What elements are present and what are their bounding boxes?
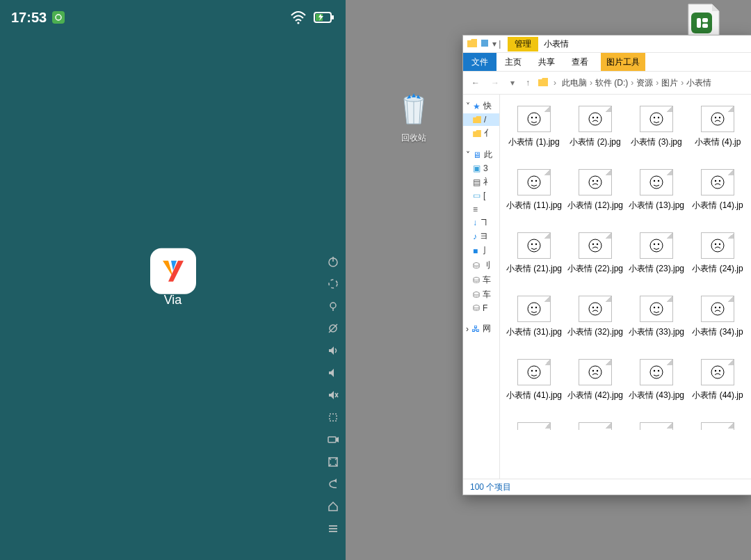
breadcrumb-segment[interactable]: 此电脑	[562, 77, 587, 89]
file-item[interactable]: 小表情 (21).jpg	[506, 232, 563, 275]
file-item[interactable]: 小表情 (12).jpg	[567, 169, 624, 211]
svg-rect-14	[330, 414, 337, 421]
nav-pinned-folder[interactable]: 亻	[463, 126, 499, 141]
nav-music[interactable]: ♪ヨ	[463, 229, 499, 243]
volume-up-icon[interactable]	[321, 339, 346, 362]
nav-drive-f[interactable]: ⛁F	[463, 302, 499, 314]
explorer-titlebar[interactable]: ▾ | 管理 小表情	[463, 35, 751, 53]
file-item[interactable]: 小表情 (14).jp	[689, 169, 746, 211]
desktop-recycle-bin[interactable]: 回收站	[386, 89, 442, 144]
file-item[interactable]: 小表情 (23).jpg	[628, 232, 685, 275]
file-item[interactable]: 小表情 (31).jpg	[506, 296, 563, 338]
breadcrumb-segment[interactable]: 图片	[661, 77, 678, 89]
power-icon[interactable]	[321, 250, 346, 273]
file-name: 小表情 (34).jp	[692, 326, 743, 338]
file-thumbnail	[640, 169, 673, 195]
drive-icon: ⛁	[473, 275, 480, 285]
app-icon-via[interactable]	[150, 248, 196, 294]
breadcrumb-segment[interactable]: 软件 (D:)	[595, 77, 628, 89]
nav-drive-d[interactable]: ⛁车	[463, 273, 499, 287]
nav-3dobjects[interactable]: ▣3	[463, 162, 499, 175]
home-icon[interactable]	[321, 495, 346, 518]
file-thumbnail	[579, 422, 612, 430]
file-name: 小表情 (4).jp	[695, 136, 741, 148]
file-item[interactable]: 小表情 (44).jp	[689, 359, 746, 401]
nav-pictures[interactable]: ▭[	[463, 189, 499, 202]
rotate-icon[interactable]	[321, 273, 346, 295]
nav-downloads[interactable]: ↓ヿ	[463, 216, 499, 229]
file-item[interactable]: 小表情 (24).jp	[689, 232, 746, 275]
titlebar-manage-tab[interactable]: 管理	[508, 37, 538, 51]
file-name: 小表情 (33).jpg	[629, 326, 684, 338]
location-off-icon[interactable]	[321, 317, 346, 339]
window-title: 小表情	[544, 38, 569, 50]
file-item[interactable]: 小表情 (41).jpg	[506, 359, 563, 401]
file-item[interactable]: 小表情 (22).jpg	[567, 232, 624, 275]
bulb-icon[interactable]	[321, 295, 346, 317]
phone-status-bar: 17:53	[0, 0, 346, 35]
chevron-right-icon: ›	[590, 78, 592, 88]
file-item[interactable]: 小表情 (32).jpg	[567, 296, 624, 338]
svg-point-78	[592, 370, 594, 371]
file-item[interactable]: 小表情 (3).jpg	[628, 106, 685, 148]
drive-icon: ⛁	[473, 290, 480, 300]
camera-icon[interactable]	[321, 429, 346, 451]
file-thumbnail	[517, 106, 551, 132]
file-item[interactable]: 小表情 (4).jp	[689, 106, 746, 148]
file-item[interactable]: 小表情 (43).jpg	[628, 359, 685, 401]
svg-point-51	[531, 243, 533, 245]
file-item[interactable]: 小表情 (2).jpg	[567, 106, 624, 148]
file-item[interactable]	[506, 422, 563, 430]
svg-point-69	[654, 307, 655, 308]
file-name: 小表情 (2).jpg	[570, 136, 620, 148]
file-name: 小表情 (3).jpg	[631, 136, 681, 148]
ribbon-view[interactable]: 查看	[563, 53, 597, 71]
breadcrumb-segment[interactable]: 资源	[636, 77, 653, 89]
crop-icon[interactable]	[321, 406, 346, 429]
volume-mute-icon[interactable]	[321, 384, 346, 406]
nav-videos[interactable]: ▤礻	[463, 175, 499, 189]
file-item[interactable]: 小表情 (34).jp	[689, 296, 746, 338]
nav-drive-e[interactable]: ⛁车	[463, 287, 499, 302]
phone-screen[interactable]: 17:53	[0, 0, 346, 560]
nav-this-pc[interactable]: ˅ 🖥 此	[463, 147, 499, 162]
ribbon-picture-tools[interactable]: 图片工具	[601, 53, 645, 71]
ribbon-share[interactable]: 共享	[530, 53, 563, 71]
file-thumbnail	[517, 232, 551, 259]
svg-point-60	[715, 243, 716, 245]
nav-desktop[interactable]: ■亅	[463, 243, 499, 258]
nav-drive-c[interactable]: ⛁刂	[463, 258, 499, 273]
nav-quick-label: 快	[483, 100, 492, 112]
svg-rect-23	[702, 18, 708, 22]
nav-up-icon[interactable]: ↑	[523, 78, 533, 88]
file-item[interactable]: 小表情 (11).jpg	[506, 169, 563, 211]
svg-point-28	[535, 117, 537, 118]
nav-quick-access[interactable]: ˅ ★ 快	[463, 99, 499, 113]
explorer-nav-pane[interactable]: ˅ ★ 快 / 亻 ˅ 🖥 此 ▣3 ▤礻 ▭[ ≡ゞ ↓ヿ ♪ヨ ■亅 ⛁刂	[463, 95, 500, 479]
file-item[interactable]: 小表情 (42).jpg	[567, 359, 624, 401]
file-item[interactable]: 小表情 (13).jpg	[628, 169, 685, 211]
file-item[interactable]	[567, 422, 624, 430]
menu-icon[interactable]	[321, 518, 346, 540]
volume-down-icon[interactable]	[321, 362, 346, 384]
file-item[interactable]	[628, 422, 685, 430]
nav-back-icon[interactable]: ←	[469, 78, 483, 88]
file-item[interactable]	[689, 422, 746, 430]
desktop-icon: ■	[473, 246, 478, 256]
nav-pinned-folder[interactable]: /	[463, 113, 499, 126]
nav-forward-icon[interactable]: →	[488, 78, 502, 88]
back-icon[interactable]	[321, 473, 346, 495]
qat-icon[interactable]	[481, 39, 488, 49]
breadcrumb[interactable]: 此电脑›软件 (D:)›资源›图片›小表情	[562, 77, 746, 89]
explorer-file-pane[interactable]: 小表情 (1).jpg小表情 (2).jpg小表情 (3).jpg小表情 (4)…	[500, 95, 751, 479]
ribbon-home[interactable]: 主页	[496, 53, 530, 71]
file-item[interactable]: 小表情 (1).jpg	[506, 106, 563, 148]
ribbon-file[interactable]: 文件	[463, 53, 496, 71]
expand-icon[interactable]	[321, 451, 346, 473]
nav-documents[interactable]: ≡ゞ	[463, 202, 499, 216]
nav-recent-icon[interactable]: ▾	[508, 78, 517, 88]
svg-rect-24	[702, 24, 708, 28]
breadcrumb-segment[interactable]: 小表情	[686, 77, 711, 89]
file-item[interactable]: 小表情 (33).jpg	[628, 296, 685, 338]
nav-network[interactable]: › 🖧 网	[463, 321, 499, 336]
